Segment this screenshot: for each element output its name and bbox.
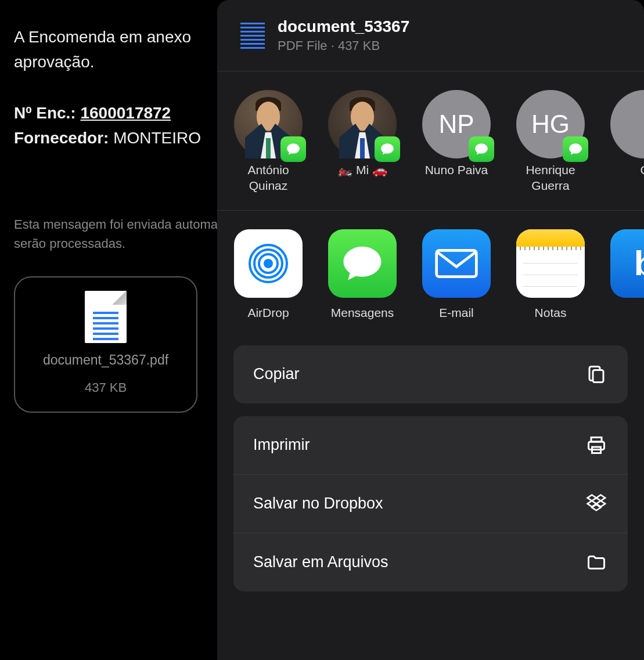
app-label: AirDrop [247, 306, 289, 320]
contact-label: 🏍️ Mi 🚗 [337, 162, 387, 178]
order-number[interactable]: 1600017872 [80, 104, 171, 122]
svg-rect-7 [589, 442, 605, 450]
messages-badge-icon [563, 136, 588, 162]
app-overflow[interactable]: b [610, 229, 644, 320]
contact-label: Henrique Guerra [516, 162, 585, 194]
contact-overflow[interactable]: C [610, 90, 644, 194]
action-save-dropbox[interactable]: Salvar no Dropbox [233, 474, 628, 533]
copy-icon [585, 363, 608, 386]
action-print[interactable]: Imprimir [233, 416, 628, 474]
attachment-filename: document_53367.pdf [43, 350, 168, 371]
app-overflow-icon: b [610, 229, 644, 298]
actions-list: Copiar Imprimir Salvar no Dropbox Sa [217, 331, 644, 592]
share-sheet: document_53367 PDF File · 437 KB António… [217, 0, 644, 660]
svg-point-0 [264, 259, 273, 268]
dropbox-icon [585, 492, 608, 515]
app-label: Notas [535, 306, 567, 320]
messages-badge-icon [469, 136, 494, 162]
messages-icon [328, 229, 397, 298]
svg-rect-5 [593, 370, 603, 382]
app-label: E-mail [439, 306, 474, 320]
body-line2: aprovação. [14, 53, 95, 71]
action-label: Copiar [253, 365, 300, 383]
app-email[interactable]: E-mail [422, 229, 491, 320]
app-label: Mensagens [331, 306, 394, 320]
contact-label: C [640, 162, 644, 178]
notes-icon [516, 229, 585, 298]
folder-icon [585, 551, 608, 574]
airdrop-icon [234, 229, 303, 298]
sheet-meta: PDF File · 437 KB [278, 38, 409, 53]
contact-nuno-paiva[interactable]: NP Henrique Guerra Nuno Paiva [422, 90, 491, 194]
action-save-files[interactable]: Salvar em Arquivos [233, 533, 628, 592]
attachment-filesize: 437 KB [85, 378, 127, 398]
sheet-title: document_53367 [278, 17, 409, 36]
messages-badge-icon [375, 136, 400, 162]
contact-henrique-guerra[interactable]: HG Henrique Guerra [516, 90, 585, 194]
contact-label: António Quinaz [233, 162, 303, 194]
order-label: Nº Enc.: [14, 104, 76, 122]
apps-row[interactable]: AirDrop Mensagens E-mail [217, 211, 644, 331]
app-notes[interactable]: Notas [516, 229, 585, 320]
action-copy[interactable]: Copiar [233, 345, 628, 403]
action-label: Salvar em Arquivos [253, 553, 388, 571]
messages-badge-icon [280, 136, 306, 162]
supplier-value: MONTEIRO [113, 129, 201, 147]
contact-mi[interactable]: 🏍️ Mi 🚗 [328, 90, 397, 194]
avatar [610, 90, 644, 158]
action-label: Imprimir [253, 436, 310, 454]
svg-rect-4 [437, 250, 477, 276]
supplier-label: Fornecedor: [14, 129, 109, 147]
document-icon [85, 291, 127, 343]
contact-antonio-quinaz[interactable]: António Quinaz [233, 90, 303, 194]
mail-icon [422, 229, 491, 298]
attachment-card[interactable]: document_53367.pdf 437 KB [14, 276, 197, 413]
body-line1: A Encomenda em anexo [14, 28, 191, 46]
printer-icon [585, 434, 608, 457]
contact-label: Nuno Paiva [425, 162, 488, 178]
app-messages[interactable]: Mensagens [328, 229, 397, 320]
sheet-header: document_53367 PDF File · 437 KB [217, 0, 644, 71]
contacts-row[interactable]: António Quinaz 🏍️ Mi 🚗 NP Henrique Guer [217, 71, 644, 210]
app-airdrop[interactable]: AirDrop [233, 229, 303, 320]
pdf-icon [240, 20, 265, 51]
action-label: Salvar no Dropbox [253, 495, 383, 513]
